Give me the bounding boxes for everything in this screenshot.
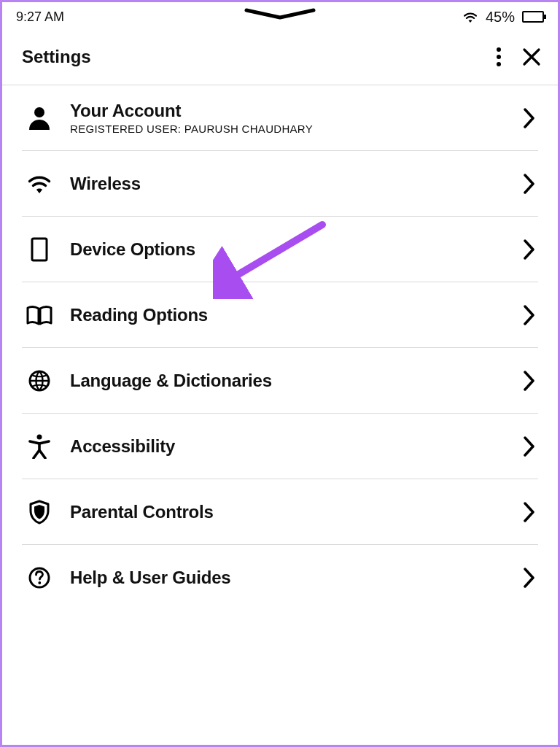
svg-point-8 (38, 581, 41, 584)
row-title: Wireless (70, 174, 497, 194)
svg-point-3 (34, 107, 44, 117)
row-reading-options[interactable]: Reading Options (22, 282, 538, 348)
battery-percentage: 45% (486, 9, 515, 26)
row-accessibility[interactable]: Accessibility (22, 414, 538, 479)
svg-point-0 (497, 47, 501, 52)
settings-header: Settings (0, 34, 560, 85)
svg-rect-4 (32, 239, 47, 260)
row-title: Language & Dictionaries (70, 371, 497, 391)
row-title: Parental Controls (70, 502, 497, 522)
chevron-right-icon (513, 174, 535, 194)
battery-icon (522, 11, 544, 23)
svg-point-2 (497, 62, 501, 66)
row-parental-controls[interactable]: Parental Controls (22, 479, 538, 545)
svg-point-1 (497, 55, 501, 59)
row-your-account[interactable]: Your Account REGISTERED USER: PAURUSH CH… (22, 85, 538, 151)
row-title: Device Options (70, 239, 497, 260)
help-icon (25, 566, 54, 589)
page-title: Settings (22, 47, 91, 67)
row-title: Help & User Guides (70, 568, 497, 588)
row-language-dictionaries[interactable]: Language & Dictionaries (22, 348, 538, 414)
more-options-icon[interactable] (496, 47, 502, 67)
row-title: Your Account (70, 101, 497, 121)
row-title: Reading Options (70, 305, 497, 325)
row-wireless[interactable]: Wireless (22, 151, 538, 217)
svg-point-6 (37, 434, 42, 439)
shield-icon (25, 500, 54, 525)
chevron-right-icon (513, 305, 535, 325)
chevron-right-icon (513, 371, 535, 391)
chevron-right-icon (513, 239, 535, 260)
globe-icon (25, 369, 54, 392)
wifi-status-icon (462, 10, 478, 23)
close-icon[interactable] (522, 47, 541, 66)
chevron-right-icon (513, 436, 535, 457)
chevron-right-icon (513, 568, 535, 588)
row-help-user-guides[interactable]: Help & User Guides (22, 545, 538, 611)
person-icon (25, 106, 54, 131)
row-title: Accessibility (70, 436, 497, 457)
accessibility-icon (25, 434, 54, 459)
row-subtitle: REGISTERED USER: PAURUSH CHAUDHARY (70, 123, 497, 135)
wifi-icon (25, 173, 54, 195)
chevron-right-icon (513, 108, 535, 128)
row-device-options[interactable]: Device Options (22, 217, 538, 282)
settings-list: Your Account REGISTERED USER: PAURUSH CH… (0, 85, 560, 611)
device-icon (25, 237, 54, 262)
chevron-right-icon (513, 502, 535, 522)
book-icon (25, 305, 54, 325)
pull-down-handle-icon[interactable] (244, 7, 316, 22)
status-time: 9:27 AM (16, 9, 64, 25)
